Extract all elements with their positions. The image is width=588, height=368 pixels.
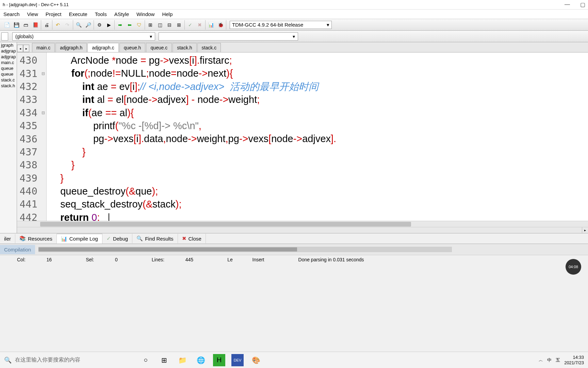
taskview-icon[interactable]: ⊞ [158,354,170,366]
grid3-icon[interactable]: ⊟ [165,21,174,29]
list-item[interactable]: queue [0,71,17,77]
scrollbar-thumb[interactable] [40,222,411,227]
tab-scroll-left[interactable]: ◂ [17,45,23,52]
compile-icon[interactable]: ⚙ [95,21,103,29]
tab-compiler[interactable]: iler [0,234,15,243]
titlebar: h - [adjgraph.dev] - Dev-C++ 5.11 — ▢ [0,0,588,10]
undo-icon[interactable]: ↶ [54,21,62,29]
maximize-button[interactable]: ▢ [580,1,585,8]
debug-icon[interactable]: 🛡 [135,21,143,29]
error-icon[interactable]: ✖ [196,21,204,29]
file-tab[interactable]: adjgraph.c [87,43,118,52]
tab-scroll-right[interactable]: ▸ [23,45,29,52]
tab-close[interactable]: ✖Close [178,234,206,243]
redo-icon[interactable]: ↷ [63,21,71,29]
file-tab[interactable]: stack.c [197,43,221,52]
bug-icon[interactable]: 🐞 [216,21,225,29]
check-icon[interactable]: ✓ [186,21,194,29]
compilation-row: Compilation [0,244,588,255]
replace-icon[interactable]: 🔎 [84,21,92,29]
class-dropdown[interactable]: (globals)▾ [12,32,155,41]
horizontal-scrollbar[interactable] [17,221,588,227]
grid1-icon[interactable]: ⊞ [146,21,154,29]
goto-icon[interactable]: ➡ [116,21,124,29]
day-indicator: 五 [556,357,560,363]
menu-execute[interactable]: Execute [69,11,87,17]
menu-tools[interactable]: Tools [95,11,107,17]
video-timestamp-badge: 04:08 [566,259,581,275]
ime-indicator[interactable]: 中 [547,357,552,363]
menubar: Search View Project Execute Tools AStyle… [0,10,588,19]
list-item[interactable]: adjgrap [0,48,17,54]
taskbar-search[interactable]: 🔍 在这里输入你要搜索的内容 [0,356,136,364]
list-item[interactable]: jgraph [0,42,17,48]
compilation-scrollbar[interactable] [38,247,452,252]
check-icon: ✓ [107,235,111,242]
cortana-icon[interactable]: ○ [140,354,152,366]
toolbar: 📄 💾 🗃 📕 🖨 ↶ ↷ 🔍 🔎 ⚙ ▶ ➡ ⬅ 🛡 ⊞ ◫ ⊟ ⊞ ✓ ✖ … [0,19,588,31]
code-editor[interactable]: 430431⊟432433434⊟43543643743843944044144… [17,52,588,221]
function-dropdown[interactable]: ▾ [159,32,298,41]
print-icon[interactable]: 🖨 [43,21,51,29]
tray-clock[interactable]: 14:33 2021/7/23 [564,355,584,365]
tray-chevron-icon[interactable]: ︿ [539,357,543,363]
window-title: h - [adjgraph.dev] - Dev-C++ 5.11 [3,2,565,7]
tab-resources[interactable]: 📚Resources [15,234,57,243]
run-icon[interactable]: ▶ [105,21,113,29]
minimize-button[interactable]: — [565,1,570,8]
project-panel[interactable]: jgraph adjgrap adjgrap main.c queue queu… [0,42,17,233]
back-icon[interactable]: ⬅ [126,21,134,29]
saveall-icon[interactable]: 🗃 [22,21,30,29]
menu-search[interactable]: Search [3,11,20,17]
file-tabs: ◂ ▸ main.cadjgraph.hadjgraph.cqueue.hque… [17,42,588,52]
find-icon[interactable]: 🔍 [75,21,83,29]
paint-icon[interactable]: 🎨 [250,354,262,366]
chrome-icon[interactable]: 🌐 [195,354,207,366]
list-item[interactable]: stack.h [0,83,17,89]
compiler-selector[interactable]: TDM-GCC 4.9.2 64-bit Release▾ [230,21,332,29]
resources-icon: 📚 [19,235,26,242]
menu-project[interactable]: Project [46,11,62,17]
code-content[interactable]: ArcNode *node = pg->vexs[i].firstarc; fo… [47,52,336,221]
file-tab[interactable]: adjgraph.h [55,43,87,52]
menu-view[interactable]: View [27,11,38,17]
list-item[interactable]: adjgrap [0,54,17,60]
compilation-label: Compilation [0,245,35,254]
menu-window[interactable]: Window [136,11,154,17]
search-placeholder: 在这里输入你要搜索的内容 [15,356,80,364]
search-icon: 🔍 [4,356,12,364]
tab-debug[interactable]: ✓Debug [102,234,132,243]
close-icon[interactable]: 📕 [31,21,39,29]
line-gutter: 430431⊟432433434⊟43543643743843944044144… [17,52,47,221]
app1-icon[interactable]: H [213,354,225,366]
list-item[interactable]: queue [0,65,17,71]
file-tab[interactable]: main.c [32,43,55,52]
explorer-icon[interactable]: 📁 [176,354,189,366]
grid4-icon[interactable]: ⊞ [175,21,183,29]
menu-help[interactable]: Help [162,11,173,17]
save-icon[interactable]: 💾 [12,21,20,29]
chart-icon: 📊 [61,236,67,242]
output-tabs: iler 📚Resources 📊Compile Log ✓Debug 🔍Fin… [0,233,588,244]
file-tab[interactable]: queue.c [146,43,172,52]
scroll-right-icon[interactable]: ▸ [582,227,588,233]
new-icon[interactable]: 📄 [3,21,11,29]
taskbar: 🔍 在这里输入你要搜索的内容 ○ ⊞ 📁 🌐 H DEV 🎨 ︿ 中 五 14:… [0,352,588,368]
menu-astyle[interactable]: AStyle [114,11,129,17]
devcpp-icon[interactable]: DEV [231,354,244,366]
file-tab[interactable]: stack.h [173,43,196,52]
file-tab[interactable]: queue.h [119,43,146,52]
list-item[interactable]: main.c [0,60,17,65]
nav-box[interactable] [1,32,8,41]
profile-icon[interactable]: 📊 [207,21,215,29]
statusbar: Col: 16 Sel: 0 Lines: 445 Le Insert Done… [0,255,588,264]
search-icon: 🔍 [136,235,143,242]
close-icon: ✖ [182,235,186,242]
nav-row: (globals)▾ ▾ [0,31,588,42]
grid2-icon[interactable]: ◫ [156,21,164,29]
list-item[interactable]: stack.c [0,77,17,83]
tab-compile-log[interactable]: 📊Compile Log [57,234,102,244]
tab-find-results[interactable]: 🔍Find Results [132,234,178,243]
